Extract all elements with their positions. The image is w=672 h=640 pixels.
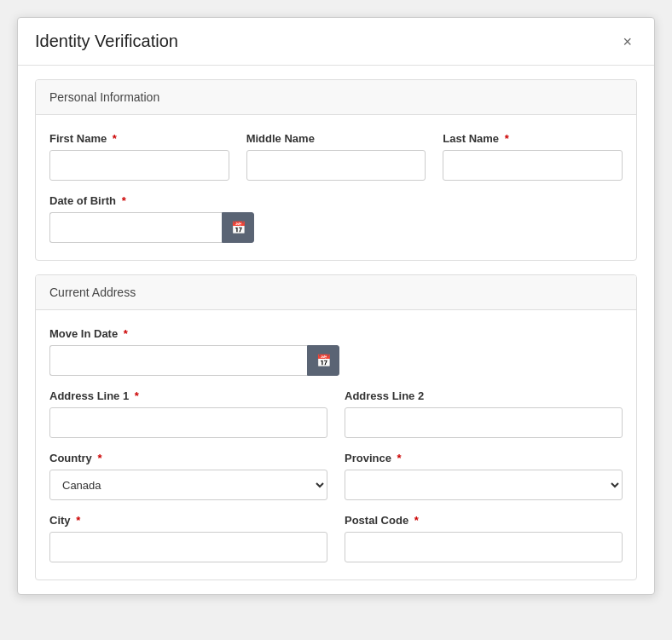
identity-verification-modal: Identity Verification × Personal Informa…: [17, 17, 655, 595]
province-select[interactable]: Alberta British Columbia Ontario Quebec: [345, 470, 623, 500]
city-group: City *: [49, 514, 327, 562]
first-name-group: First Name *: [49, 132, 229, 181]
country-group: Country * Canada United States United Ki…: [49, 452, 327, 500]
country-select[interactable]: Canada United States United Kingdom: [49, 470, 327, 500]
modal-title: Identity Verification: [35, 32, 178, 51]
dob-calendar-button[interactable]: 📅: [222, 212, 254, 243]
move-in-date-calendar-button[interactable]: 📅: [307, 345, 339, 376]
current-address-header: Current Address: [36, 275, 636, 310]
move-in-date-row: Move In Date * 📅: [49, 327, 623, 376]
close-button[interactable]: ×: [617, 32, 637, 51]
address-line2-group: Address Line 2: [345, 389, 623, 438]
first-name-label: First Name *: [49, 132, 229, 145]
postal-code-input[interactable]: [345, 532, 623, 562]
dob-input-wrapper: 2000-01-01 📅: [49, 212, 254, 243]
last-name-group: Last Name *: [443, 132, 623, 181]
modal-body: Personal Information First Name * Middle…: [18, 66, 654, 594]
address-line1-input[interactable]: [49, 407, 327, 438]
personal-info-section: Personal Information First Name * Middle…: [35, 79, 637, 261]
first-name-required: *: [113, 132, 117, 145]
city-postal-row: City * Postal Code *: [49, 514, 623, 562]
first-name-input[interactable]: [49, 150, 229, 181]
last-name-input[interactable]: [443, 150, 623, 181]
address-line1-group: Address Line 1 *: [49, 389, 327, 438]
name-row: First Name * Middle Name Last Name: [49, 132, 623, 181]
city-required: *: [76, 514, 80, 527]
move-in-date-required: *: [124, 327, 128, 340]
last-name-label: Last Name *: [443, 132, 623, 145]
middle-name-group: Middle Name: [246, 132, 426, 181]
middle-name-label: Middle Name: [246, 132, 426, 145]
postal-code-required: *: [414, 514, 419, 527]
last-name-required: *: [505, 132, 509, 145]
address-lines-row: Address Line 1 * Address Line 2: [49, 389, 623, 438]
move-in-date-group: Move In Date * 📅: [49, 327, 623, 376]
move-in-date-label: Move In Date *: [49, 327, 623, 340]
personal-info-header: Personal Information: [36, 80, 636, 115]
current-address-body: Move In Date * 📅: [36, 310, 636, 579]
province-label: Province *: [345, 452, 623, 464]
middle-name-input[interactable]: [246, 150, 426, 181]
country-required: *: [97, 452, 101, 464]
move-in-date-wrapper: 📅: [49, 345, 339, 376]
address-line1-label: Address Line 1 *: [49, 389, 327, 402]
calendar-icon: 📅: [231, 221, 246, 234]
dob-required: *: [122, 194, 126, 207]
modal-header: Identity Verification ×: [18, 18, 654, 66]
country-province-row: Country * Canada United States United Ki…: [49, 452, 623, 500]
city-label: City *: [49, 514, 327, 527]
calendar-icon-2: 📅: [316, 354, 331, 367]
postal-code-group: Postal Code *: [345, 514, 623, 562]
dob-group: Date of Birth * 2000-01-01 📅: [49, 194, 623, 243]
address-line2-input[interactable]: [345, 407, 623, 438]
dob-label: Date of Birth *: [49, 194, 623, 207]
address-line2-label: Address Line 2: [345, 389, 623, 402]
province-required: *: [397, 452, 402, 464]
dob-row: Date of Birth * 2000-01-01 📅: [49, 194, 623, 243]
move-in-date-input[interactable]: [49, 345, 307, 376]
current-address-section: Current Address Move In Date * 📅: [35, 274, 637, 580]
address-line1-required: *: [135, 389, 139, 402]
personal-info-body: First Name * Middle Name Last Name: [36, 115, 636, 260]
country-label: Country *: [49, 452, 327, 464]
province-group: Province * Alberta British Columbia Onta…: [345, 452, 623, 500]
city-input[interactable]: [49, 532, 327, 562]
postal-code-label: Postal Code *: [345, 514, 623, 527]
dob-input[interactable]: 2000-01-01: [49, 212, 222, 243]
